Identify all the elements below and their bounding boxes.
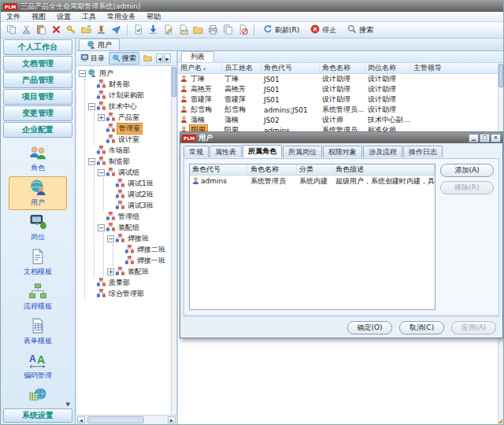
close-icon[interactable]: ✕ xyxy=(491,134,501,142)
tree-node-label[interactable]: 用户 xyxy=(98,68,115,79)
checkout-folder-button[interactable] xyxy=(79,24,94,37)
tree-node-label[interactable]: 设计室 xyxy=(117,135,141,145)
doc-edit-button[interactable] xyxy=(161,24,176,37)
tree-node-label[interactable]: 装配组 xyxy=(117,223,141,233)
tree-node-label[interactable]: 产品室 xyxy=(117,113,141,123)
dialog-column-分类[interactable]: 分类 xyxy=(297,164,333,175)
tree-node[interactable]: −装配组 xyxy=(98,222,176,233)
collapse-icon[interactable]: − xyxy=(88,158,95,165)
tree-node[interactable]: 管理室 xyxy=(98,123,176,134)
sidebar-overflow-icon[interactable]: ▼ xyxy=(66,402,70,408)
table-row[interactable]: 彭雪梅彭雪梅admins;JS01系统管理员...设计助理 xyxy=(178,105,503,115)
tree-node[interactable]: 市场部 xyxy=(88,145,176,156)
tree-horizontal-scrollbar[interactable]: ◀ ▶ xyxy=(76,415,176,424)
tree-node-label[interactable]: 调试3班 xyxy=(126,201,155,211)
tree-node[interactable]: 管理组 xyxy=(98,211,176,222)
tree-node-label[interactable]: 质量部 xyxy=(107,278,132,288)
column-header-员工姓名[interactable]: 员工姓名 xyxy=(222,63,261,73)
search-button[interactable]: 搜索 xyxy=(342,24,379,37)
tree-node[interactable]: 综合管理部 xyxy=(88,288,176,299)
sidebar-category-产品管理[interactable]: 产品管理 xyxy=(3,72,72,88)
tree-node-label[interactable]: 调试1班 xyxy=(126,179,155,189)
tree-node-label[interactable]: 财务部 xyxy=(107,79,132,90)
tree-node-label[interactable]: 调试组 xyxy=(117,168,141,178)
sidebar-item-文档模板[interactable]: 文档模板 xyxy=(9,246,67,279)
sidebar-item-用户[interactable]: 用户 xyxy=(9,176,67,210)
sidebar-category-项目管理[interactable]: 项目管理 xyxy=(3,89,72,105)
tree-node[interactable]: 财务部 xyxy=(88,79,176,90)
dialog-tab-常规[interactable]: 常规 xyxy=(183,146,209,157)
column-header-岗位名称[interactable]: 岗位名称 xyxy=(365,63,411,73)
tree-node[interactable]: −焊接班 xyxy=(107,233,176,244)
menu-item-视图[interactable]: 视图 xyxy=(26,12,51,22)
collapse-icon[interactable]: − xyxy=(98,224,105,231)
sidebar-item-角色[interactable]: 角色 xyxy=(9,142,67,176)
tree-node-label[interactable]: 市场部 xyxy=(107,146,132,156)
folder-view-button[interactable] xyxy=(140,52,155,65)
user-name[interactable]: 雷建萍 xyxy=(189,94,213,105)
send-button[interactable] xyxy=(109,24,124,37)
dialog-column-角色名称[interactable]: 角色名称 xyxy=(248,164,297,175)
menu-item-设置[interactable]: 设置 xyxy=(51,12,76,22)
dialog-table-row[interactable]: admins系统管理员系统内建超级用户，系统创建时内建，具有所有权限。 xyxy=(190,176,435,187)
maximize-icon[interactable]: □ xyxy=(480,134,490,142)
expand-icon[interactable]: + xyxy=(107,268,114,275)
expand-icon[interactable]: + xyxy=(98,114,105,121)
tree-node-label[interactable]: 制造部 xyxy=(107,157,132,167)
menu-item-工具[interactable]: 工具 xyxy=(76,12,102,22)
collapse-icon[interactable]: − xyxy=(98,169,105,176)
copy-button[interactable] xyxy=(4,24,19,37)
refresh-button[interactable]: 刷新(R) xyxy=(258,24,305,37)
tree-node-label[interactable]: 焊接二班 xyxy=(135,245,167,255)
sidebar-item-对象分类[interactable]: 对象分类 xyxy=(9,384,67,402)
user-name[interactable]: 高艳芳 xyxy=(189,84,213,94)
tree-node[interactable]: +装配班 xyxy=(107,266,176,277)
sidebar-item-编码管理[interactable]: AA 编码管理 xyxy=(9,349,67,383)
tree-node[interactable]: 计划采购部 xyxy=(88,90,176,101)
tab-scroll-left-icon[interactable]: ◀ xyxy=(156,54,163,63)
apply-button[interactable]: 应用(A) xyxy=(451,321,496,334)
tree-node-label[interactable]: 管理室 xyxy=(117,123,143,135)
tree-node-label[interactable]: 焊接班 xyxy=(126,234,150,244)
tree-node[interactable]: 质量部 xyxy=(88,277,176,288)
tree-node-label[interactable]: 综合管理部 xyxy=(107,289,146,299)
column-header-用户名[interactable]: 用户名▴ xyxy=(178,63,222,73)
stop-button[interactable]: 停止 xyxy=(305,24,342,37)
scroll-right-icon[interactable]: ▶ xyxy=(168,416,176,423)
tree-node[interactable]: −制造部 xyxy=(88,156,176,167)
collapse-icon[interactable]: − xyxy=(88,103,95,110)
collapse-icon[interactable]: − xyxy=(79,70,86,77)
tree-node[interactable]: −用户 xyxy=(79,68,176,79)
paste-button[interactable] xyxy=(34,24,49,37)
tree-node-label[interactable]: 计划采购部 xyxy=(107,91,146,101)
doc-mail-button[interactable] xyxy=(176,24,191,37)
column-header-角色代号[interactable]: 角色代号 xyxy=(261,63,320,73)
tree-node[interactable]: 焊接一班 xyxy=(117,255,176,266)
tab-search[interactable]: 搜索 xyxy=(109,52,139,65)
delete-button[interactable] xyxy=(49,24,64,37)
dialog-tab-属性表[interactable]: 属性表 xyxy=(209,146,242,157)
dialog-column-角色描述[interactable]: 角色描述 xyxy=(333,164,435,175)
tab-scroll-right-icon[interactable]: ▶ xyxy=(164,54,171,63)
sidebar-item-岗位[interactable]: 岗位 xyxy=(9,211,67,245)
scroll-left-icon[interactable]: ◀ xyxy=(77,416,85,423)
tree-node[interactable]: 焊接二班 xyxy=(117,244,176,255)
dialog-tab-涉及流程[interactable]: 涉及流程 xyxy=(363,146,402,157)
doc-check-button[interactable] xyxy=(131,24,146,37)
tree-node-label[interactable]: 装配班 xyxy=(126,267,150,277)
menu-item-常用业务[interactable]: 常用业务 xyxy=(102,12,141,22)
tree-node-label[interactable]: 技术中心 xyxy=(107,102,139,112)
tab-users[interactable]: 用户 xyxy=(79,39,120,50)
column-header-主管领导[interactable]: 主管领导 xyxy=(411,63,503,73)
tree-node-label[interactable]: 调试2班 xyxy=(126,190,155,200)
download-button[interactable] xyxy=(146,24,161,37)
remove-button[interactable]: 移除(R) xyxy=(440,181,494,194)
sidebar-item-system-settings[interactable]: 系统设置 xyxy=(3,408,72,423)
user-name[interactable]: 彭雪梅 xyxy=(189,105,213,115)
tree-node-label[interactable]: 焊接一班 xyxy=(135,256,167,266)
tree-node[interactable]: −调试组 xyxy=(98,167,176,178)
dialog-tab-权限对象[interactable]: 权限对象 xyxy=(323,146,362,157)
cut-button[interactable] xyxy=(19,24,34,37)
printer-button[interactable] xyxy=(206,24,220,37)
tree-node[interactable]: 设计室 xyxy=(98,134,176,145)
